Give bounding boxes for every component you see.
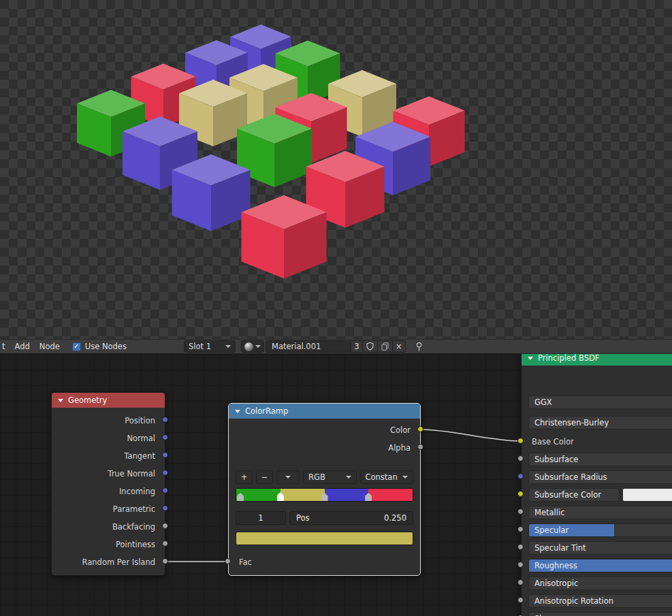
socket-colorramp-alpha[interactable]	[417, 444, 423, 450]
color-mode-label: RGB	[308, 472, 325, 482]
metallic-field[interactable]: Metallic	[528, 506, 672, 519]
specular-tint-field[interactable]: Specular Tint	[528, 541, 672, 555]
ramp-segment-2	[325, 489, 369, 501]
chevron-down-icon	[402, 476, 408, 479]
collapse-triangle-icon[interactable]	[528, 357, 533, 360]
collapse-triangle-icon[interactable]	[58, 399, 63, 402]
socket-principled-anisotropic[interactable]	[517, 579, 524, 585]
subsurface-radius-label: Subsurface Radius	[534, 472, 607, 482]
active-stop-index-field[interactable]: 1	[236, 511, 286, 525]
socket-principled-subsurface[interactable]	[517, 455, 524, 461]
input-subsurface-radius: Subsurface Radius	[528, 470, 672, 484]
stop-position-field[interactable]: Pos 0.250	[289, 511, 413, 525]
colorramp-node-header[interactable]: ColorRamp	[229, 404, 420, 419]
input-specular-tint: Specular Tint	[528, 541, 672, 555]
subsurface-color-field[interactable]: Subsurface Color	[528, 488, 620, 502]
distribution-dropdown[interactable]: GGX	[528, 395, 672, 409]
chevron-down-icon	[346, 476, 351, 479]
roughness-field[interactable]: Roughness	[528, 559, 672, 572]
socket-colorramp-color[interactable]	[417, 426, 423, 432]
socket-geometry-normal[interactable]	[162, 434, 168, 440]
chevron-down-icon	[285, 476, 291, 479]
subsurface-radius-field[interactable]: Subsurface Radius	[528, 470, 672, 484]
node-editor-canvas[interactable]: Geometry PositionNormalTangentTrue Norma…	[0, 354, 672, 616]
socket-principled-subsurface-radius[interactable]	[517, 473, 524, 479]
roughness-label: Roughness	[534, 561, 577, 570]
anisotropic-field[interactable]: Anisotropic	[528, 577, 672, 590]
browse-material-dropdown[interactable]	[241, 340, 264, 353]
cube-blue[interactable]	[172, 155, 251, 231]
input-subsurface: Subsurface	[528, 453, 672, 466]
menu-node[interactable]: Node	[39, 342, 60, 351]
principled-node-title: Principled BSDF	[538, 354, 599, 363]
input-metallic: Metallic	[528, 506, 672, 519]
principled-bsdf-node[interactable]: Principled BSDF GGX Christensen-Burley B…	[521, 354, 672, 616]
material-users-button[interactable]: 3	[351, 341, 362, 352]
output-color-row: Color	[236, 421, 413, 439]
menu-add[interactable]: Add	[15, 342, 30, 351]
use-nodes-checkbox[interactable]: ✓	[72, 342, 81, 351]
socket-geometry-incoming[interactable]	[162, 487, 168, 493]
ramp-segment-1	[281, 489, 325, 501]
colorramp-gradient[interactable]	[236, 488, 413, 502]
fac-input-label: Fac	[239, 557, 252, 567]
subsurface-color-swatch[interactable]	[622, 488, 672, 502]
chevron-down-icon	[225, 345, 231, 348]
collapse-triangle-icon[interactable]	[235, 410, 240, 413]
copy-icon	[381, 342, 389, 351]
specular-field[interactable]: Specular	[528, 523, 672, 537]
distribution-label: GGX	[534, 398, 552, 407]
shader-editor-header: t Add Node ✓ Use Nodes Slot 1 Material.0…	[0, 339, 672, 354]
sheen-field[interactable]: Sheen	[528, 612, 672, 616]
node-link-1	[421, 429, 521, 441]
material-name-field[interactable]: Material.001	[266, 341, 351, 352]
socket-principled-roughness[interactable]	[517, 562, 524, 568]
geometry-node-header[interactable]: Geometry	[52, 393, 165, 408]
socket-geometry-parametric[interactable]	[162, 505, 168, 511]
principled-node-header[interactable]: Principled BSDF	[522, 354, 672, 366]
socket-principled-metallic[interactable]	[517, 508, 524, 515]
new-material-button[interactable]	[377, 341, 392, 352]
add-stop-button[interactable]: +	[236, 470, 253, 484]
subsurface-method-dropdown[interactable]: Christensen-Burley	[528, 416, 672, 429]
material-slot-dropdown[interactable]: Slot 1	[184, 340, 236, 353]
delete-stop-button[interactable]: −	[256, 470, 273, 484]
cube-red[interactable]	[242, 195, 327, 279]
socket-geometry-backfacing[interactable]	[162, 523, 168, 529]
material-datablock-widget: Material.001 3 ×	[266, 340, 406, 353]
colorramp-fields: 1 Pos 0.250	[236, 511, 413, 525]
color-mode-dropdown[interactable]: RGB	[303, 470, 357, 484]
interpolation-dropdown[interactable]: Constan	[360, 470, 414, 484]
colorramp-node-body: Color Alpha + − RGB Constan	[229, 419, 420, 575]
socket-colorramp-fac[interactable]	[225, 558, 231, 564]
pos-label: Pos	[296, 513, 310, 523]
active-stop-color-swatch[interactable]	[236, 532, 413, 545]
colorramp-node[interactable]: ColorRamp Color Alpha + − RGB Consta	[228, 403, 421, 576]
socket-principled-specular-tint[interactable]	[517, 544, 524, 550]
socket-geometry-position[interactable]	[162, 417, 168, 423]
subsurface-field[interactable]: Subsurface	[528, 453, 672, 466]
geometry-node[interactable]: Geometry PositionNormalTangentTrue Norma…	[51, 392, 165, 576]
input-anisotropic: Anisotropic	[528, 577, 672, 590]
fake-user-button[interactable]	[362, 341, 377, 352]
check-icon: ✓	[74, 343, 79, 350]
metallic-label: Metallic	[534, 508, 564, 517]
socket-geometry-tangent[interactable]	[162, 452, 168, 458]
3d-viewport[interactable]	[0, 0, 672, 339]
socket-principled-specular[interactable]	[517, 526, 524, 532]
output-alpha-label: Alpha	[388, 443, 411, 453]
socket-geometry-random-per-island[interactable]	[162, 558, 168, 564]
fac-input-row: Fac	[236, 553, 413, 571]
input-sheen: Sheen	[528, 612, 672, 616]
socket-principled-base-color[interactable]	[517, 438, 524, 444]
clipped-menu-fragment[interactable]: t	[2, 342, 5, 351]
socket-geometry-true-normal[interactable]	[162, 470, 168, 476]
input-base-color: Base Color	[528, 435, 672, 449]
unlink-material-button[interactable]: ×	[392, 341, 405, 352]
pin-toggle[interactable]	[415, 342, 423, 352]
socket-principled-subsurface-color[interactable]	[517, 491, 524, 497]
socket-geometry-pointiness[interactable]	[162, 540, 168, 547]
anisotropic-rotation-field[interactable]: Anisotropic Rotation	[528, 594, 672, 608]
ramp-specials-dropdown[interactable]	[276, 470, 300, 484]
socket-principled-anisotropic-rotation[interactable]	[517, 597, 524, 603]
